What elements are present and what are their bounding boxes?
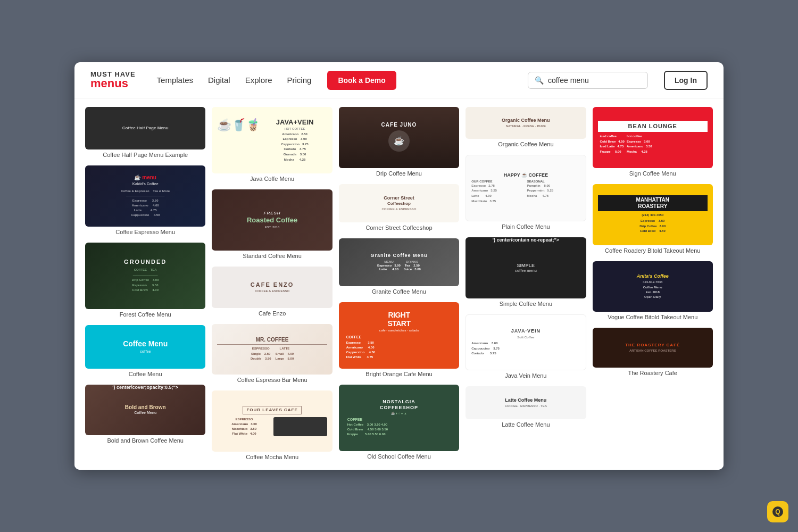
template-label: Simple Coffee Menu <box>466 301 586 308</box>
template-label: Bright Orange Cafe Menu <box>339 371 459 378</box>
card-fresh-roasted: FRESH Roasted Coffee EST. 2010 Standard … <box>212 189 332 260</box>
template-image[interactable]: Anita's Coffee 424-612-7643 Coffee Menu … <box>593 261 713 312</box>
card-simple-coffee: ') center/contain no-repeat;"> SIMPLE co… <box>466 237 586 308</box>
card-right-start: RIGHTSTART cafe · sandwiches · salads CO… <box>339 302 459 378</box>
template-label: Bold and Brown Coffee Menu <box>85 437 205 445</box>
template-image[interactable]: MR. COFFEE ESPRESSO Single 2.50 Double 3… <box>212 324 332 375</box>
card-mr-coffee: MR. COFFEE ESPRESSO Single 2.50 Double 3… <box>212 324 332 384</box>
template-image[interactable]: ☕ menu Kaldd's Coffee Coffee & Espresso … <box>85 165 205 227</box>
template-image[interactable]: Coffee Menu coffee <box>85 325 205 369</box>
template-image[interactable]: FOUR LEAVES CAFE ESPRESSO Americano 3.00… <box>212 390 332 452</box>
nav-digital[interactable]: Digital <box>208 76 230 85</box>
nav-templates[interactable]: Templates <box>157 76 193 85</box>
card-forest-coffee: GROUNDED COFFEE TEA ─────────── Drip Cof… <box>85 243 205 319</box>
template-image[interactable]: Granite Coffee Menu MENU Espresso 3.00 L… <box>339 238 459 286</box>
card-organic: Organic Coffee Menu NATURAL · FRESH · PU… <box>466 107 586 148</box>
card-corner-street: Corner Street Coffeeshop COFFEE & ESPRES… <box>339 184 459 232</box>
template-label: Standard Coffee Menu <box>212 253 332 260</box>
card-plain-coffee: HAPPY ☕ COFFEE OUR COFFEE Espresso 2.75 … <box>466 155 586 231</box>
template-image[interactable]: FRESH Roasted Coffee EST. 2010 <box>212 189 332 251</box>
main-content: Coffee Half Page Menu Coffee Half Page M… <box>74 98 724 470</box>
card-espresso-menu: ☕ menu Kaldd's Coffee Coffee & Espresso … <box>85 165 205 236</box>
card-roastery-cafe: THE ROASTERY CAFÉ ARTISAN COFFEE ROASTER… <box>593 328 713 377</box>
template-label: Cafe Enzo <box>212 310 332 318</box>
template-grid: Coffee Half Page Menu Coffee Half Page M… <box>85 107 713 461</box>
card-granite: Granite Coffee Menu MENU Espresso 3.00 L… <box>339 238 459 296</box>
card-java-vein: ☕🥤🧋 JAVA+VEIN HOT COFFEE Americano 2.50 … <box>212 107 332 183</box>
template-image[interactable]: ') center/cover;opacity:0.5;"> Bold and … <box>85 385 205 435</box>
template-image[interactable]: GROUNDED COFFEE TEA ─────────── Drip Cof… <box>85 243 205 309</box>
template-image[interactable]: HAPPY ☕ COFFEE OUR COFFEE Espresso 2.75 … <box>466 155 586 221</box>
nav-links: Templates Digital Explore Pricing <box>157 76 312 85</box>
template-label: Vogue Coffee Bitold Takeout Menu <box>593 314 713 321</box>
card-nostalgia: NOSTALGIACOFFEESHOP ☕ ♦ ○ ● ▲ COFFEE Hot… <box>339 385 459 461</box>
template-label: Java Vein Menu <box>466 372 586 380</box>
template-label: Coffee Half Page Menu Example <box>85 152 205 159</box>
template-label: Latte Coffee Menu <box>466 421 586 429</box>
book-demo-button[interactable]: Book a Demo <box>327 71 396 90</box>
template-image[interactable]: Coffee Half Page Menu <box>85 107 205 149</box>
template-label: Organic Coffee Menu <box>466 141 586 148</box>
card-anitas-coffee: Anita's Coffee 424-612-7643 Coffee Menu … <box>593 261 713 321</box>
template-image[interactable]: BEAN LOUNGE iced coffee Cold Brew 4.50 I… <box>593 107 713 168</box>
template-label: Coffee Roadery Bitold Takeout Menu <box>593 247 713 255</box>
card-manhattan: MANHATTANROASTERY (213) 400-4050 Espress… <box>593 184 713 255</box>
navbar: MUST HAVE menus Templates Digital Explor… <box>74 62 724 98</box>
template-label: Old School Coffee Menu <box>339 453 459 461</box>
template-label: Forest Coffee Menu <box>85 311 205 319</box>
card-bean-lounge: BEAN LOUNGE iced coffee Cold Brew 4.50 I… <box>593 107 713 178</box>
template-label: Plain Coffee Menu <box>466 223 586 231</box>
template-image[interactable]: CAFE ENZO COFFEE & ESPRESSO <box>212 267 332 308</box>
template-label: Coffee Espresso Menu <box>85 229 205 236</box>
template-image[interactable]: ☕🥤🧋 JAVA+VEIN HOT COFFEE Americano 2.50 … <box>212 107 332 173</box>
logo-menus: menus <box>90 78 136 89</box>
template-label: Granite Coffee Menu <box>339 288 459 296</box>
card-bold-brown: ') center/cover;opacity:0.5;"> Bold and … <box>85 385 205 445</box>
template-label: Java Coffe Menu <box>212 176 332 183</box>
template-image[interactable]: ') center/contain no-repeat;"> SIMPLE co… <box>466 237 586 298</box>
card-latte-coffee: Latte Coffee Menu COFFEE · ESPRESSO · TE… <box>466 386 586 429</box>
template-image[interactable]: Corner Street Coffeeshop COFFEE & ESPRES… <box>339 184 459 222</box>
card-four-leaves: FOUR LEAVES CAFE ESPRESSO Americano 3.00… <box>212 390 332 461</box>
template-image[interactable]: RIGHTSTART cafe · sandwiches · salads CO… <box>339 302 459 369</box>
search-input[interactable] <box>548 76 641 85</box>
login-button[interactable]: Log In <box>664 71 708 90</box>
card-java-vein-2: JAVA·VEIN Soft Coffee Americano 3.00 Cap… <box>466 314 586 380</box>
browser-window: MUST HAVE menus Templates Digital Explor… <box>74 62 724 470</box>
template-label: Coffee Menu <box>85 371 205 378</box>
card-teal-coffee: Coffee Menu coffee Coffee Menu <box>85 325 205 378</box>
template-label: Coffee Espresso Bar Menu <box>212 377 332 384</box>
template-image[interactable]: JAVA·VEIN Soft Coffee Americano 3.00 Cap… <box>466 314 586 370</box>
search-bar: 🔍 <box>528 72 648 89</box>
template-image[interactable]: THE ROASTERY CAFÉ ARTISAN COFFEE ROASTER… <box>593 328 713 368</box>
template-image[interactable]: MANHATTANROASTERY (213) 400-4050 Espress… <box>593 184 713 245</box>
template-label: The Roastery Cafe <box>593 370 713 377</box>
nav-pricing[interactable]: Pricing <box>287 76 312 85</box>
logo: MUST HAVE menus <box>90 71 136 89</box>
template-label: Coffee Mocha Menu <box>212 454 332 461</box>
template-label: Drip Coffee Menu <box>339 170 459 178</box>
search-icon: 🔍 <box>535 76 544 85</box>
card-cafe-juno: CAFE JUNO ☕ Drip Coffee Menu <box>339 107 459 178</box>
svg-text:Q: Q <box>775 508 780 516</box>
template-image[interactable]: Latte Coffee Menu COFFEE · ESPRESSO · TE… <box>466 386 586 419</box>
nav-explore[interactable]: Explore <box>245 76 272 85</box>
template-image[interactable]: CAFE JUNO ☕ <box>339 107 459 168</box>
card-cafe-enzo: CAFE ENZO COFFEE & ESPRESSO Cafe Enzo <box>212 267 332 318</box>
template-label: Corner Street Coffeeshop <box>339 225 459 232</box>
template-image[interactable]: Organic Coffee Menu NATURAL · FRESH · PU… <box>466 107 586 139</box>
template-image[interactable]: NOSTALGIACOFFEESHOP ☕ ♦ ○ ● ▲ COFFEE Hot… <box>339 385 459 451</box>
template-label: Sign Coffee Menu <box>593 170 713 178</box>
card-coffee-half-page: Coffee Half Page Menu Coffee Half Page M… <box>85 107 205 159</box>
bottom-right-icon[interactable]: Q <box>767 501 788 522</box>
